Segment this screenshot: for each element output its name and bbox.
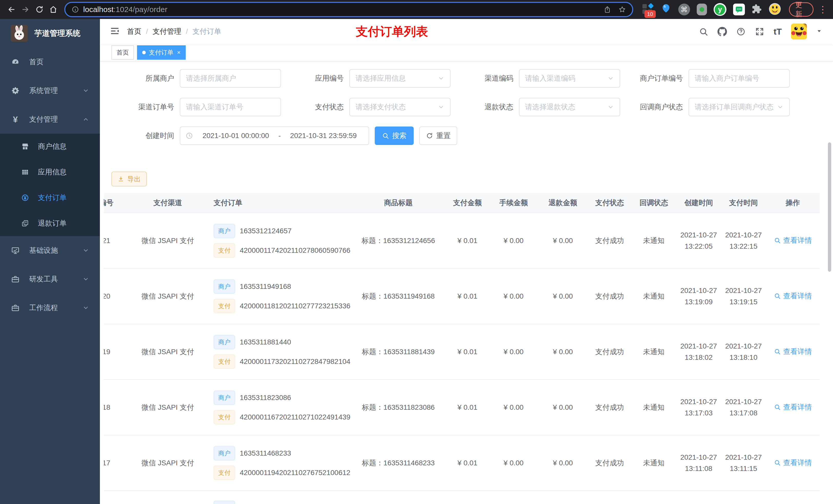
cell-fee: ¥ 0.00 [489,435,538,491]
y-glyph: y [715,4,725,15]
pay-order-no: 4200001174202110278060590766 [240,246,351,255]
sidebar-toggle-icon[interactable] [100,26,127,37]
time-line: 13:18:10 [721,352,766,363]
tag-close-icon[interactable]: × [177,49,181,56]
table-row: 19微信 JSAPI 支付商户1635311881440支付4200001173… [104,324,820,380]
merchant-order-no-input[interactable]: 请输入商户订单编号 [689,69,790,88]
fullscreen-icon[interactable] [755,27,764,37]
cell-notify-status: 未通知 [632,380,676,435]
pay-status-select[interactable]: 请选择支付状态 [349,98,451,116]
github-icon[interactable] [717,27,727,37]
cell-order: 商户1635311468233支付42000011942021102767521… [208,435,351,491]
view-detail-link[interactable]: 查看详情 [774,236,812,245]
sidebar: 芋道管理系统 首页系统管理¥支付管理商户信息应用信息支付订单退款订单基础设施研发… [0,19,100,504]
sidebar-item-merchant-info[interactable]: 商户信息 [0,134,100,159]
channel-code-select[interactable]: 请输入渠道编码 [519,69,620,88]
create-time-range-picker[interactable]: 2021-10-01 00:00:00 - 2021-10-31 23:59:5… [180,126,369,145]
filter-label: 创建时间 [112,131,180,141]
gear-icon [11,87,20,95]
column-header: 支付渠道 [128,193,208,213]
chevron-down-icon [607,104,614,111]
magnifier-icon [774,237,781,244]
date-end-value: 2021-10-31 23:59:59 [283,131,363,140]
avatar-caret-down-icon[interactable] [816,28,822,35]
browser-update-button[interactable]: 更新 [789,2,813,17]
cell-notify-status: 未通知 [632,435,676,491]
site-info-icon[interactable] [71,6,79,13]
date-line: 2021-10-27 [721,230,766,241]
green-dot-extension-icon[interactable] [697,4,707,15]
sidebar-item-infrastructure[interactable]: 基础设施 [0,236,100,265]
font-size-icon[interactable]: tT [774,27,782,37]
sidebar-item-label: 支付管理 [29,115,82,124]
command-extension-icon[interactable]: ⌘ [678,4,690,15]
breadcrumb-pay-management[interactable]: 支付管理 [153,27,181,37]
tag-pay-order[interactable]: 支付订单 × [137,45,186,60]
user-avatar[interactable] [791,24,807,40]
sidebar-item-home[interactable]: 首页 [0,48,100,76]
top-navbar: 首页 / 支付管理 / 支付订单 支付订单列表 tT [100,19,833,44]
view-detail-link[interactable]: 查看详情 [774,291,812,301]
cell-created-time: 2021-10-2713:22:05 [676,213,721,268]
cell-pay-status: 支付成功 [588,435,632,491]
extensions-puzzle-icon[interactable] [752,4,762,15]
sidebar-item-system[interactable]: 系统管理 [0,76,100,105]
balloon-extension-icon[interactable] [660,3,672,16]
export-button[interactable]: 导出 [112,172,147,187]
pay-tag: 支付 [214,465,235,480]
filter-label: 应用编号 [281,73,349,83]
search-button[interactable]: 搜索 [375,126,414,145]
sidebar-item-label: 商户信息 [38,142,89,151]
sidebar-item-app-info[interactable]: 应用信息 [0,159,100,185]
cell-refund [538,491,588,504]
merchant-input[interactable]: 请选择所属商户 [180,69,281,88]
sidebar-item-pay-order[interactable]: 支付订单 [0,185,100,211]
sidebar-item-dev-tools[interactable]: 研发工具 [0,265,100,293]
grid-diamond-extension-icon[interactable]: 10 [642,4,654,15]
vertical-scrollbar[interactable] [828,142,831,272]
pay-order-line: 支付4200001174202110278060590766 [214,243,351,258]
share-icon[interactable] [603,6,611,13]
cell-paid-time: 2021-10-2713:19:15 [721,268,766,324]
column-header: 回调状态 [632,193,676,213]
notify-status-select[interactable]: 请选择订单回调商户状态 [689,98,790,116]
view-detail-link[interactable]: 查看详情 [774,402,812,412]
emoji-profile-icon[interactable] [768,3,781,16]
browser-home-button[interactable] [47,3,59,16]
chat-extension-icon[interactable] [733,4,745,15]
channel-order-no-input[interactable]: 请输入渠道订单号 [180,98,281,116]
browser-forward-button[interactable] [20,3,31,16]
browser-reload-button[interactable] [33,3,45,16]
merchant-tag: 商户 [214,501,235,504]
column-header: 支付时间 [721,193,766,213]
cell-refund: ¥ 0.00 [538,213,588,268]
cell-id: 21 [104,213,128,268]
column-header: 手续金额 [489,193,538,213]
help-icon[interactable] [736,27,746,37]
merchant-order-no: 1635312124657 [240,227,291,235]
sidebar-item-pay[interactable]: ¥支付管理 [0,105,100,134]
refund-status-select[interactable]: 请选择退款状态 [519,98,620,116]
view-detail-label: 查看详情 [783,236,812,245]
reset-button[interactable]: 重置 [419,126,457,145]
browser-back-button[interactable] [6,3,18,16]
view-detail-link[interactable]: 查看详情 [774,458,812,467]
app-no-select[interactable]: 请选择应用信息 [349,69,451,88]
column-header: 操作 [766,193,820,213]
view-detail-label: 查看详情 [783,291,812,301]
sidebar-item-workflow[interactable]: 工作流程 [0,293,100,322]
view-detail-label: 查看详情 [783,458,812,467]
bookmark-star-icon[interactable] [618,6,626,13]
view-detail-link[interactable]: 查看详情 [774,347,812,357]
cell-created-time: 2021-10-2713:11:08 [676,435,721,491]
cell-created-time: 2021-10-2713:17:03 [676,380,721,435]
cell-action [766,491,820,504]
tag-home[interactable]: 首页 [112,45,134,60]
header-search-icon[interactable] [699,27,708,37]
app-logo[interactable]: 芋道管理系统 [0,19,100,48]
sidebar-item-refund-order[interactable]: 退款订单 [0,211,100,236]
address-bar[interactable]: localhost:1024/pay/order [64,2,633,17]
breadcrumb-home[interactable]: 首页 [127,27,141,37]
y-extension-icon[interactable]: y [714,3,727,16]
browser-menu-icon[interactable]: ⋮ [818,4,827,15]
